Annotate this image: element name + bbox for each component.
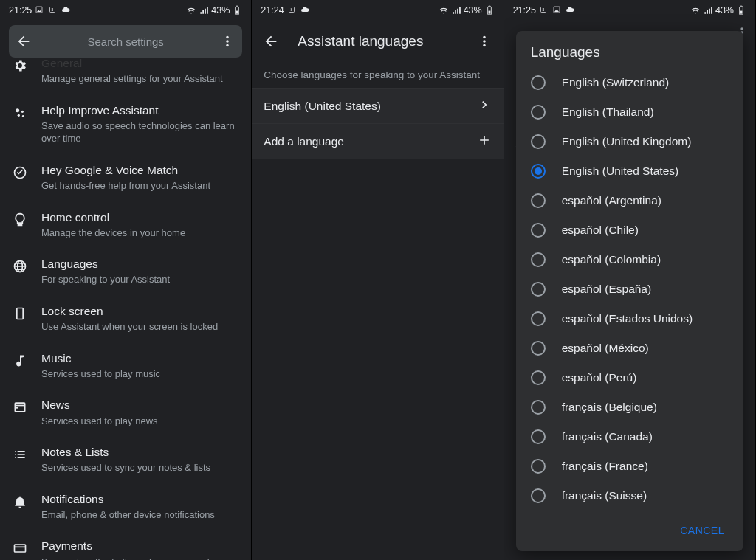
phone-icon bbox=[12, 305, 28, 322]
option-label: English (United Kingdom) bbox=[562, 135, 692, 148]
wifi-icon bbox=[186, 5, 196, 15]
radio-button[interactable] bbox=[531, 252, 546, 267]
settings-item-card[interactable]: Payments Payment methods & purchase appr… bbox=[0, 530, 251, 560]
option-label: español (Argentina) bbox=[562, 194, 662, 207]
card-icon bbox=[12, 540, 28, 556]
item-title: Home control bbox=[41, 210, 239, 225]
add-language-row[interactable]: Add a language bbox=[252, 123, 503, 159]
radio-button[interactable] bbox=[531, 193, 546, 208]
item-title: Lock screen bbox=[41, 304, 239, 319]
status-bar: 21:25 43% bbox=[0, 0, 251, 21]
radio-button[interactable] bbox=[531, 164, 546, 179]
radio-button[interactable] bbox=[531, 282, 546, 297]
language-option[interactable]: English (Thailand) bbox=[516, 97, 743, 127]
settings-item-bell[interactable]: Notifications Email, phone & other devic… bbox=[0, 483, 251, 530]
settings-item-music[interactable]: Music Services used to play music bbox=[0, 342, 251, 390]
item-subtitle: Use Assistant when your screen is locked bbox=[41, 320, 239, 333]
language-option[interactable]: English (Switzerland) bbox=[516, 68, 743, 97]
language-picker-panel: 21:25 43% CEA Languages English (Switzer… bbox=[504, 0, 756, 560]
battery-icon bbox=[484, 5, 495, 15]
globe-icon bbox=[12, 258, 28, 274]
chevron-right-icon bbox=[477, 97, 492, 115]
language-option[interactable]: English (United States) bbox=[516, 156, 743, 186]
radio-button[interactable] bbox=[531, 105, 546, 120]
square-icon bbox=[539, 5, 549, 15]
settings-item-dots[interactable]: Help Improve Assistant Save audio so spe… bbox=[0, 94, 251, 154]
radio-button[interactable] bbox=[531, 459, 546, 474]
option-label: español (Perú) bbox=[562, 371, 637, 384]
item-title: Notifications bbox=[41, 492, 239, 507]
option-label: français (Suisse) bbox=[562, 489, 647, 502]
language-option[interactable]: español (España) bbox=[516, 274, 743, 304]
item-title: Notes & Lists bbox=[41, 445, 239, 460]
settings-item-gear[interactable]: General Manage general settings for your… bbox=[0, 47, 251, 94]
status-bar: 21:25 43% bbox=[504, 0, 755, 21]
more-button[interactable] bbox=[471, 28, 498, 55]
radio-button[interactable] bbox=[531, 134, 546, 149]
music-icon bbox=[12, 353, 28, 369]
settings-item-bulb[interactable]: Home control Manage the devices in your … bbox=[0, 201, 251, 249]
status-time: 21:24 bbox=[261, 5, 284, 15]
radio-button[interactable] bbox=[531, 341, 546, 356]
item-title: Help Improve Assistant bbox=[41, 103, 239, 118]
option-label: français (Canada) bbox=[562, 430, 653, 443]
settings-item-news[interactable]: News Services used to play news bbox=[0, 389, 251, 436]
settings-item-voice[interactable]: Hey Google & Voice Match Get hands-free … bbox=[0, 154, 251, 201]
option-label: English (Thailand) bbox=[562, 106, 654, 119]
item-title: Music bbox=[41, 351, 239, 366]
settings-item-phone[interactable]: Lock screen Use Assistant when your scre… bbox=[0, 295, 251, 342]
page-title: Assistant languages bbox=[298, 33, 470, 49]
item-title: Hey Google & Voice Match bbox=[41, 163, 239, 178]
news-icon bbox=[12, 399, 28, 415]
radio-button[interactable] bbox=[531, 488, 546, 503]
signal-icon bbox=[199, 5, 209, 15]
search-placeholder: Search settings bbox=[32, 35, 219, 48]
dialog-title: Languages bbox=[516, 31, 743, 68]
radio-button[interactable] bbox=[531, 223, 546, 238]
option-label: español (España) bbox=[562, 283, 652, 296]
language-option[interactable]: español (México) bbox=[516, 333, 743, 363]
status-bar: 21:24 43% bbox=[252, 0, 503, 21]
language-option[interactable]: English (United Kingdom) bbox=[516, 127, 743, 156]
back-button[interactable] bbox=[258, 28, 284, 55]
settings-item-list[interactable]: Notes & Lists Services used to sync your… bbox=[0, 436, 251, 483]
page-header: Assistant languages bbox=[252, 21, 503, 62]
option-label: English (United States) bbox=[562, 165, 679, 178]
item-title: Payments bbox=[41, 539, 239, 553]
item-subtitle: Services used to play news bbox=[41, 415, 239, 428]
option-label: español (Chile) bbox=[562, 224, 639, 237]
radio-button[interactable] bbox=[531, 311, 546, 326]
settings-list[interactable]: General Manage general settings for your… bbox=[0, 58, 251, 560]
language-options-list[interactable]: English (Switzerland) English (Thailand)… bbox=[516, 68, 743, 513]
option-label: English (Switzerland) bbox=[562, 76, 670, 89]
assistant-languages-panel: 21:24 43% Assistant languages Choose lan… bbox=[252, 0, 504, 560]
language-option[interactable]: français (Suisse) bbox=[516, 481, 743, 511]
radio-button[interactable] bbox=[531, 400, 546, 415]
back-icon[interactable] bbox=[15, 32, 32, 50]
language-option[interactable]: français (France) bbox=[516, 452, 743, 481]
row-label: Add a language bbox=[264, 135, 476, 148]
language-option[interactable]: español (Argentina) bbox=[516, 186, 743, 215]
battery-icon bbox=[232, 5, 242, 15]
language-option[interactable]: español (Chile) bbox=[516, 215, 743, 245]
item-subtitle: Services used to sync your notes & lists bbox=[41, 461, 239, 474]
languages-dialog: Languages English (Switzerland) English … bbox=[516, 31, 743, 551]
bulb-icon bbox=[12, 212, 28, 228]
item-subtitle: Services used to play music bbox=[41, 367, 239, 381]
radio-button[interactable] bbox=[531, 429, 546, 444]
language-option[interactable]: français (Belgique) bbox=[516, 393, 743, 422]
signal-icon bbox=[451, 5, 461, 15]
language-option[interactable]: français (Canada) bbox=[516, 422, 743, 452]
cancel-button[interactable]: CANCEL bbox=[673, 519, 732, 542]
image-icon bbox=[552, 5, 563, 15]
cloud-icon bbox=[300, 5, 311, 15]
language-option[interactable]: español (Colombia) bbox=[516, 245, 743, 274]
language-row[interactable]: English (United States) bbox=[252, 88, 503, 123]
radio-button[interactable] bbox=[531, 75, 546, 90]
item-subtitle: For speaking to your Assistant bbox=[41, 273, 239, 286]
radio-button[interactable] bbox=[531, 370, 546, 385]
more-icon[interactable] bbox=[219, 32, 236, 50]
language-option[interactable]: español (Perú) bbox=[516, 363, 743, 393]
settings-item-globe[interactable]: Languages For speaking to your Assistant bbox=[0, 248, 251, 295]
language-option[interactable]: español (Estados Unidos) bbox=[516, 304, 743, 333]
